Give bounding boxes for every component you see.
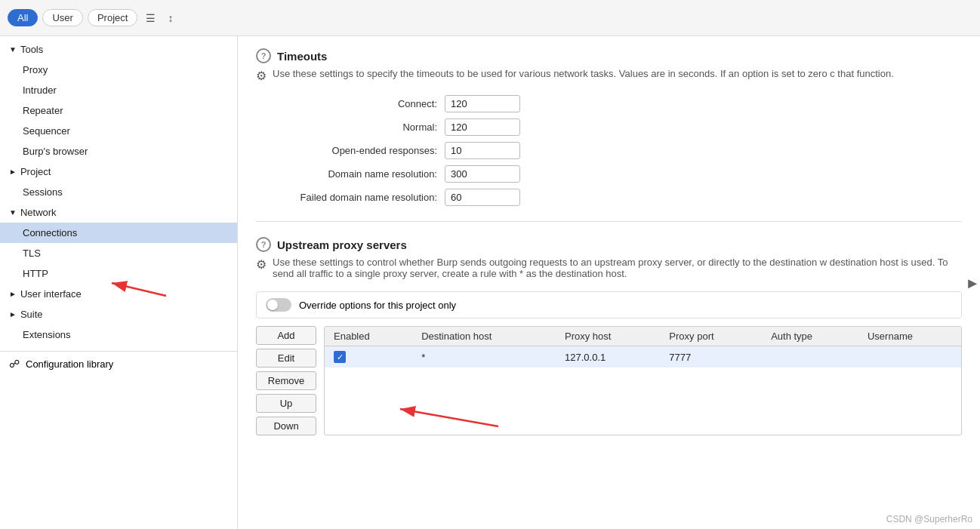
table-row[interactable]: ✓ * 127.0.0.1 7777 <box>325 346 961 368</box>
col-destination: Destination host <box>412 327 556 346</box>
suite-chevron: ► <box>9 310 17 318</box>
sidebar-item-extensions[interactable]: Extensions <box>0 324 237 345</box>
row-username-cell <box>858 346 961 368</box>
timeouts-help-icon: ? <box>256 48 271 63</box>
remove-button[interactable]: Remove <box>256 371 316 390</box>
domain-row: Domain name resolution: <box>256 165 962 183</box>
config-library[interactable]: ☍ Configuration library <box>0 351 237 376</box>
domain-label: Domain name resolution: <box>256 168 437 180</box>
table-header: Enabled Destination host Proxy host Prox… <box>325 327 961 346</box>
timeouts-desc: ⚙ Use these settings to specify the time… <box>256 68 962 83</box>
config-library-icon: ☍ <box>9 358 20 370</box>
edit-button[interactable]: Edit <box>256 349 316 368</box>
proxy-table: Enabled Destination host Proxy host Prox… <box>325 327 961 368</box>
sidebar-group-network[interactable]: ▼ Network <box>0 202 237 223</box>
section-divider <box>256 221 962 222</box>
up-button[interactable]: Up <box>256 394 316 413</box>
sidebar-item-repeater[interactable]: Repeater <box>0 100 237 121</box>
table-buttons: Add Edit Remove Up Down <box>256 326 316 435</box>
col-username: Username <box>858 327 961 346</box>
header-row: Enabled Destination host Proxy host Prox… <box>325 327 961 346</box>
table-body: ✓ * 127.0.0.1 7777 <box>325 346 961 368</box>
upstream-description-text: Use these settings to control whether Bu… <box>273 257 962 279</box>
scroll-right-arrow[interactable]: ► <box>965 274 980 291</box>
add-button[interactable]: Add <box>256 326 316 345</box>
timeouts-title: Timeouts <box>277 50 327 63</box>
timeouts-gear-icon: ⚙ <box>256 69 267 83</box>
sidebar-item-http[interactable]: HTTP <box>0 263 237 284</box>
ui-label: User interface <box>20 288 82 300</box>
tab-user[interactable]: User <box>42 9 82 26</box>
upstream-gear-icon: ⚙ <box>256 257 267 272</box>
override-row: Override options for this project only <box>256 291 962 318</box>
tab-project[interactable]: Project <box>88 9 137 26</box>
normal-label: Normal: <box>256 121 437 133</box>
open-ended-label: Open-ended responses: <box>256 145 437 156</box>
row-proxy-port-cell: 7777 <box>660 346 762 368</box>
content-wrapper: ? Timeouts ⚙ Use these settings to speci… <box>238 36 980 529</box>
failed-domain-label: Failed domain name resolution: <box>256 192 437 203</box>
upstream-table-area: Add Edit Remove Up Down Enabled Destinat… <box>256 326 962 435</box>
sidebar-group-user-interface[interactable]: ► User interface <box>0 284 237 304</box>
sidebar-group-tools[interactable]: ▼ Tools <box>0 39 237 60</box>
filter-icon[interactable]: ☰ <box>142 10 159 26</box>
open-ended-input[interactable] <box>445 142 520 159</box>
upstream-help-icon: ? <box>256 237 271 252</box>
connect-input[interactable] <box>445 95 520 112</box>
main-layout: ▼ Tools Proxy Intruder Repeater Sequence… <box>0 36 980 529</box>
timeouts-title-row: ? Timeouts <box>256 48 962 63</box>
open-ended-row: Open-ended responses: <box>256 142 962 159</box>
content: ? Timeouts ⚙ Use these settings to speci… <box>238 36 980 463</box>
tab-all[interactable]: All <box>8 9 38 26</box>
sidebar-item-burps-browser[interactable]: Burp's browser <box>0 141 237 161</box>
upstream-title: Upstream proxy servers <box>277 238 407 251</box>
row-auth-type-cell <box>762 346 858 368</box>
override-label: Override options for this project only <box>299 300 456 311</box>
row-proxy-host-cell: 127.0.0.1 <box>556 346 660 368</box>
failed-domain-row: Failed domain name resolution: <box>256 189 962 206</box>
sidebar-group-suite[interactable]: ► Suite <box>0 304 237 324</box>
sidebar-item-intruder[interactable]: Intruder <box>0 80 237 100</box>
sidebar-item-sequencer[interactable]: Sequencer <box>0 121 237 141</box>
suite-label: Suite <box>20 309 43 320</box>
config-library-label: Configuration library <box>26 358 113 370</box>
sidebar-item-connections[interactable]: Connections <box>0 223 237 243</box>
sidebar: ▼ Tools Proxy Intruder Repeater Sequence… <box>0 36 238 529</box>
sidebar-item-tls[interactable]: TLS <box>0 243 237 263</box>
sidebar-item-sessions[interactable]: Sessions <box>0 182 237 202</box>
col-enabled: Enabled <box>325 327 412 346</box>
upstream-table: Enabled Destination host Proxy host Prox… <box>324 326 962 435</box>
row-destination-cell: * <box>412 346 556 368</box>
col-proxy-port: Proxy port <box>660 327 762 346</box>
down-button[interactable]: Down <box>256 417 316 435</box>
upstream-desc: ⚙ Use these settings to control whether … <box>256 257 962 279</box>
row-enabled-checkbox[interactable]: ✓ <box>334 351 346 363</box>
top-bar: All User Project ☰ ↕ <box>0 0 980 36</box>
ui-chevron: ► <box>9 290 17 298</box>
col-proxy-host: Proxy host <box>556 327 660 346</box>
override-toggle[interactable] <box>266 298 291 312</box>
upstream-title-row: ? Upstream proxy servers <box>256 237 962 252</box>
sort-icon[interactable]: ↕ <box>164 10 177 26</box>
project-label: Project <box>20 166 51 177</box>
tools-chevron: ▼ <box>9 45 17 54</box>
failed-domain-input[interactable] <box>445 189 520 206</box>
toggle-knob <box>267 300 278 310</box>
upstream-section: ? Upstream proxy servers ⚙ Use these set… <box>256 237 962 435</box>
domain-input[interactable] <box>445 165 520 183</box>
sidebar-item-proxy[interactable]: Proxy <box>0 60 237 80</box>
connect-label: Connect: <box>256 98 437 109</box>
normal-input[interactable] <box>445 118 520 136</box>
sidebar-group-project[interactable]: ► Project <box>0 161 237 182</box>
network-chevron: ▼ <box>9 208 17 217</box>
col-auth-type: Auth type <box>762 327 858 346</box>
normal-row: Normal: <box>256 118 962 136</box>
tools-label: Tools <box>20 44 43 55</box>
network-label: Network <box>20 207 57 218</box>
watermark: CSDN @SuperherRo <box>886 514 972 524</box>
row-enabled-cell: ✓ <box>325 346 412 368</box>
connect-row: Connect: <box>256 95 962 112</box>
timeouts-description-text: Use these settings to specify the timeou… <box>273 68 894 79</box>
timeouts-section: ? Timeouts ⚙ Use these settings to speci… <box>256 48 962 206</box>
project-chevron: ► <box>9 168 17 176</box>
